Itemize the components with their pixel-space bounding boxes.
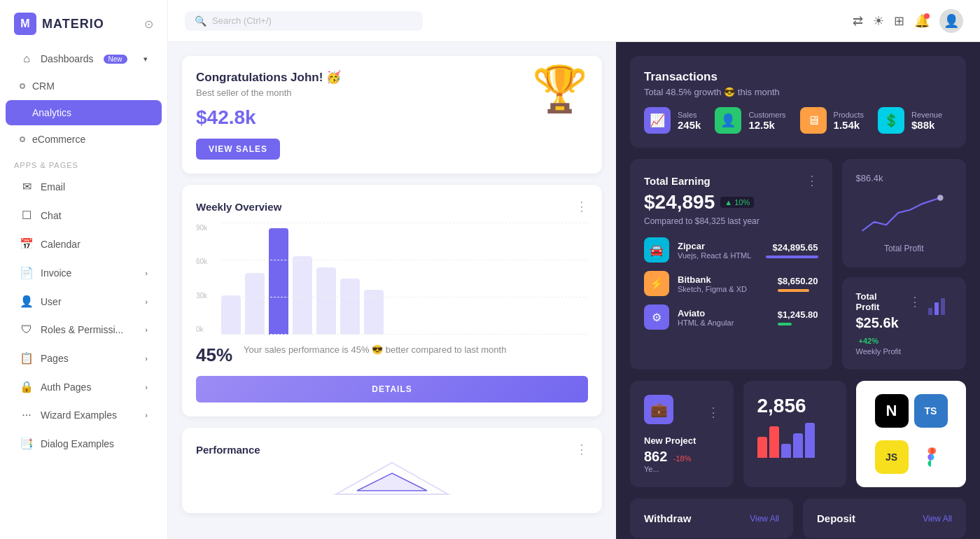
- transactions-stats: 📈 Sales 245k 👤 Customers 12.5k: [644, 107, 952, 134]
- sidebar-item-analytics[interactable]: Analytics: [6, 100, 162, 125]
- bitbank-info: Bitbank Sketch, Figma & XD: [678, 274, 769, 293]
- sidebar-item-dialog[interactable]: 📑 Dialog Examples: [6, 430, 162, 457]
- weekly-footer: 45% Your sales performance is 45% 😎 bett…: [196, 344, 588, 366]
- sidebar-header-icons: ⊙: [144, 18, 153, 31]
- weekly-profit-label: Weekly Profit: [856, 347, 922, 356]
- performance-menu-icon[interactable]: ⋮: [575, 442, 588, 457]
- grid-line: [221, 223, 588, 223]
- sidebar-item-dashboards[interactable]: ⌂ Dashboards New ▾: [6, 46, 162, 72]
- mini-bar-4: [793, 433, 803, 458]
- total-profit-chart-card: $86.4k Total Profit: [842, 159, 967, 267]
- stat-customers-info: Customers 12.5k: [748, 111, 785, 131]
- sidebar-item-roles[interactable]: 🛡 Roles & Permissi... ›: [6, 316, 162, 343]
- notification-icon[interactable]: 🔔: [914, 13, 930, 29]
- zipcar-info: Zipcar Vuejs, React & HTML: [678, 241, 757, 260]
- sidebar-item-crm[interactable]: CRM: [6, 74, 162, 99]
- earning-menu-icon[interactable]: ⋮: [806, 173, 818, 188]
- bitbank-amount: $8,650.20: [778, 276, 818, 292]
- weekly-profit-menu[interactable]: ⋮: [909, 294, 921, 309]
- stat-products: 🖥 Products 1.54k: [800, 107, 864, 134]
- sidebar-toggle-icon[interactable]: ⊙: [144, 18, 153, 31]
- sidebar-item-chat[interactable]: ☐ Chat: [6, 202, 162, 229]
- bitbank-bar: [778, 289, 809, 292]
- stat-sales-info: Sales 245k: [678, 111, 701, 131]
- view-all-deposit[interactable]: View All: [923, 514, 952, 524]
- app-logo-icon: M: [14, 13, 36, 35]
- sidebar: M MATERIO ⊙ ⌂ Dashboards New ▾ CRM Analy…: [0, 0, 168, 539]
- earning-amount: $24,895: [644, 191, 715, 214]
- sidebar-item-wizard[interactable]: ··· Wizard Examples ›: [6, 402, 162, 428]
- nextjs-logo: N: [875, 394, 909, 428]
- view-sales-button[interactable]: VIEW SALES: [196, 139, 280, 160]
- details-button[interactable]: DETAILS: [196, 376, 588, 402]
- theme-icon[interactable]: ☀: [873, 13, 884, 29]
- content-left: 🏆 Congratulations John! 🥳 Best seller of…: [168, 42, 616, 539]
- weekly-title: Weekly Overview: [196, 201, 281, 213]
- main-panel: 🔍 Search (Ctrl+/) ⇄ ☀ ⊞ 🔔 👤 🏆 Congratula…: [168, 0, 980, 539]
- total-profit-chart-label: Total Profit: [856, 244, 953, 253]
- zipcar-value: $24,895.65: [766, 242, 818, 253]
- sidebar-logo: M MATERIO ⊙: [0, 0, 167, 45]
- weekly-profit-change: +42%: [859, 337, 878, 345]
- sidebar-item-calendar[interactable]: 📅 Calendar: [6, 230, 162, 258]
- bar-icon-svg: [925, 295, 948, 318]
- project-title: New Project: [644, 435, 720, 446]
- bar-1: [221, 295, 241, 335]
- earning-header: Total Earning ⋮: [644, 173, 818, 188]
- profit-chart-svg: [856, 185, 953, 241]
- sidebar-item-invoice[interactable]: 📄 Invoice ›: [6, 259, 162, 286]
- zipcar-amount: $24,895.65: [766, 242, 818, 258]
- numbers-value: 2,856: [757, 395, 833, 417]
- invoice-icon: 📄: [20, 266, 34, 279]
- stat-customers: 👤 Customers 12.5k: [715, 107, 785, 134]
- topbar: 🔍 Search (Ctrl+/) ⇄ ☀ ⊞ 🔔 👤: [168, 0, 980, 42]
- weekly-profit-value: $25.6k +42%: [856, 315, 922, 347]
- weekly-menu-icon[interactable]: ⋮: [575, 199, 588, 214]
- content-area: 🏆 Congratulations John! 🥳 Best seller of…: [168, 42, 980, 539]
- performance-chart-svg: [308, 459, 476, 498]
- chevron-right-icon: ›: [145, 298, 148, 306]
- sidebar-item-pages[interactable]: 📋 Pages ›: [6, 344, 162, 372]
- profit-column: $86.4k Total Profit Total Profit ⋮: [842, 159, 967, 370]
- performance-chart-placeholder: [196, 457, 588, 499]
- sidebar-item-email[interactable]: ✉ Email: [6, 173, 162, 200]
- sidebar-item-label: Calendar: [41, 239, 80, 250]
- grid-icon[interactable]: ⊞: [894, 13, 904, 29]
- withdraw-deposit-row: Withdraw View All Deposit View All: [630, 498, 966, 538]
- chevron-right-icon: ›: [145, 383, 148, 391]
- mini-bar-3: [781, 444, 791, 458]
- trophy-icon: 🏆: [532, 63, 588, 115]
- view-all-withdraw[interactable]: View All: [750, 514, 779, 524]
- sidebar-item-ecommerce[interactable]: eCommerce: [6, 127, 162, 152]
- customers-icon: 👤: [715, 107, 741, 134]
- zipcar-logo: 🚘: [644, 237, 669, 262]
- congrats-subtitle: Best seller of the month: [196, 88, 588, 98]
- stat-revenue-info: Revenue $88k: [911, 111, 942, 131]
- translate-icon[interactable]: ⇄: [853, 13, 863, 29]
- figma-logo: [914, 440, 948, 474]
- mini-bar-1: [757, 437, 767, 458]
- zipcar-tech: Vuejs, React & HTML: [678, 251, 757, 260]
- weekly-header: Weekly Overview ⋮: [196, 199, 588, 214]
- sidebar-item-label: User: [41, 296, 62, 307]
- earning-subtitle: Compared to $84,325 last year: [644, 216, 818, 226]
- congrats-amount: $42.8k: [196, 106, 588, 129]
- numbers-card: 2,856: [743, 381, 847, 487]
- sidebar-item-auth[interactable]: 🔒 Auth Pages ›: [6, 373, 162, 400]
- aviato-amount: $1,245.80: [778, 309, 818, 326]
- avatar[interactable]: 👤: [939, 9, 963, 33]
- project-menu-icon[interactable]: ⋮: [707, 405, 720, 420]
- sidebar-item-label: Invoice: [41, 267, 71, 279]
- chevron-right-icon: ›: [145, 354, 148, 363]
- sidebar-item-label: Chat: [41, 210, 62, 221]
- performance-card: Performance ⋮: [182, 428, 602, 513]
- earning-list: 🚘 Zipcar Vuejs, React & HTML $24,895.65: [644, 237, 818, 330]
- withdraw-header: Withdraw View All: [644, 512, 779, 524]
- performance-header: Performance ⋮: [196, 442, 588, 457]
- search-box[interactable]: 🔍 Search (Ctrl+/): [185, 11, 423, 31]
- bar-3: [269, 228, 288, 335]
- stat-sales: 📈 Sales 245k: [644, 107, 701, 134]
- profit-value-label: $86.4k: [856, 173, 953, 183]
- dot-icon: [20, 83, 25, 89]
- sidebar-item-user[interactable]: 👤 User ›: [6, 288, 162, 315]
